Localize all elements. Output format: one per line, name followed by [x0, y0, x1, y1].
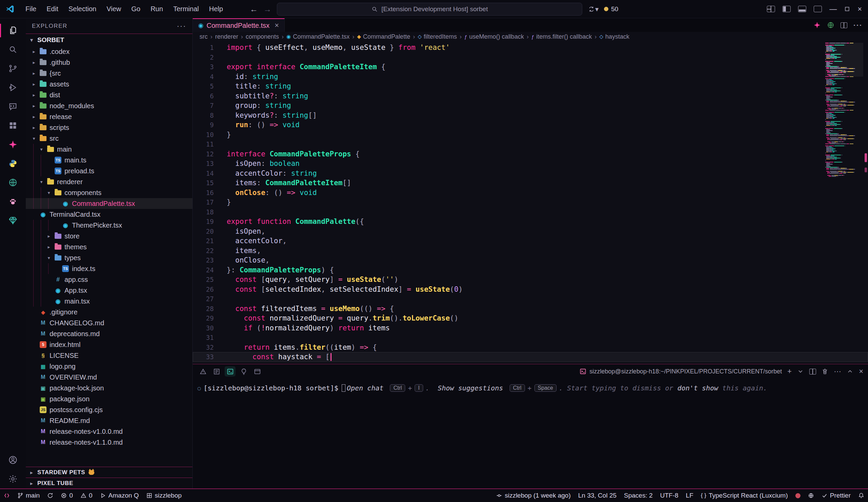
menu-terminal[interactable]: Terminal — [168, 3, 204, 15]
section-pixel-tube[interactable]: ▸PIXEL TUBE — [26, 478, 193, 489]
extensions-icon[interactable] — [0, 116, 26, 135]
encoding[interactable]: UTF-8 — [656, 489, 682, 502]
tree-item-.codex[interactable]: ▸.codex — [26, 46, 193, 57]
search-icon[interactable] — [0, 40, 26, 59]
tree-item-README.md[interactable]: MREADME.md — [26, 415, 193, 426]
command-center-search[interactable]: [Extension Development Host] sorbet — [277, 3, 582, 15]
settings-icon[interactable] — [0, 469, 26, 489]
language-mode[interactable]: { }TypeScript React (Luxcium) — [697, 489, 791, 502]
tree-item-types[interactable]: ▾types — [26, 252, 193, 263]
lightbulb-icon[interactable] — [238, 366, 249, 377]
python-ext-icon[interactable] — [0, 154, 26, 173]
terminal-icon[interactable] — [225, 366, 236, 377]
amazon-q[interactable]: Amazon Q — [96, 489, 143, 502]
prettier[interactable]: Prettier — [818, 489, 855, 502]
tree-item-store[interactable]: ▸store — [26, 231, 193, 241]
breadcrumb-item[interactable]: renderer — [214, 33, 240, 40]
tree-item-release[interactable]: ▸release — [26, 111, 193, 122]
sparkle-ext-icon[interactable] — [0, 135, 26, 154]
code-editor[interactable]: 1import { useEffect, useMemo, useState }… — [193, 41, 868, 364]
close-panel-icon[interactable]: × — [859, 367, 863, 376]
tree-item-TerminalCard.tsx[interactable]: ◉TerminalCard.tsx — [26, 209, 193, 220]
sync-loop-icon[interactable]: ▾ — [588, 5, 599, 13]
output-icon[interactable] — [211, 366, 222, 377]
close-tab-icon[interactable]: × — [275, 21, 279, 30]
terminal[interactable]: ○ [sizzlebop@sizzlebop-h18 sorbet]$ Open… — [193, 378, 868, 489]
tree-item-.github[interactable]: ▸.github — [26, 57, 193, 68]
tree-item-themes[interactable]: ▸themes — [26, 241, 193, 252]
breadcrumb-item[interactable]: ◇filteredItems — [416, 33, 458, 40]
section-stardew-pets[interactable]: ▸STARDEW PETS — [26, 467, 193, 478]
warnings[interactable]: 0 — [77, 489, 96, 502]
forward-button[interactable]: → — [263, 4, 271, 14]
sparkle-icon[interactable] — [813, 21, 821, 29]
tree-item-App.tsx[interactable]: ◉App.tsx — [26, 285, 193, 296]
tree-item-CommandPalette.tsx[interactable]: ◉CommandPalette.tsx — [26, 198, 193, 209]
breadcrumb-item[interactable]: ◆CommandPalette — [355, 33, 412, 40]
sync-status[interactable] — [43, 489, 57, 502]
tree-item-index.html[interactable]: 5index.html — [26, 339, 193, 350]
tree-item-renderer[interactable]: ▾renderer — [26, 176, 193, 187]
chat-icon[interactable] — [0, 97, 26, 116]
more-actions-icon[interactable]: ··· — [854, 21, 862, 29]
error-lens[interactable] — [792, 489, 804, 502]
minimap[interactable] — [825, 43, 863, 364]
tree-item-dist[interactable]: ▸dist — [26, 90, 193, 101]
breadcrumb-item[interactable]: components — [244, 33, 280, 40]
maximize-panel-icon[interactable] — [847, 368, 854, 375]
menu-help[interactable]: Help — [204, 3, 228, 15]
menu-selection[interactable]: Selection — [63, 3, 102, 15]
tree-item-LICENSE[interactable]: §LICENSE — [26, 350, 193, 361]
tree-item-node_modules[interactable]: ▸node_modules — [26, 101, 193, 111]
account-icon[interactable] — [0, 450, 26, 469]
close-button[interactable]: × — [857, 5, 862, 13]
run-debug-icon[interactable] — [0, 78, 26, 97]
indentation[interactable]: Spaces: 2 — [620, 489, 657, 502]
minimize-button[interactable]: — — [829, 5, 837, 13]
toggle-sidebar-icon[interactable] — [783, 6, 790, 12]
tree-item-release-notes-v1.1.0.md[interactable]: Mrelease-notes-v1.1.0.md — [26, 437, 193, 448]
more-actions-icon[interactable]: ··· — [834, 367, 841, 376]
notifications[interactable] — [855, 489, 868, 502]
tree-item-release-notes-v1.0.0.md[interactable]: Mrelease-notes-v1.0.0.md — [26, 426, 193, 437]
preview-icon[interactable] — [252, 366, 263, 377]
gem-ext-icon[interactable] — [0, 211, 26, 230]
eol[interactable]: LF — [682, 489, 697, 502]
tree-item-ThemePicker.tsx[interactable]: ◉ThemePicker.tsx — [26, 220, 193, 231]
cursor-position[interactable]: Ln 33, Col 25 — [575, 489, 620, 502]
breadcrumb-item[interactable]: src — [198, 33, 209, 40]
tree-item-app.css[interactable]: #app.css — [26, 274, 193, 285]
split-terminal-icon[interactable] — [809, 369, 816, 375]
toggle-secondary-sidebar-icon[interactable] — [814, 6, 822, 12]
tree-item-preload.ts[interactable]: TSpreload.ts — [26, 166, 193, 176]
errors[interactable]: 0 — [57, 489, 77, 502]
menu-go[interactable]: Go — [126, 3, 146, 15]
tree-item-components[interactable]: ▾components — [26, 187, 193, 198]
tree-item-main.tsx[interactable]: ◉main.tsx — [26, 296, 193, 307]
status-badge[interactable]: 50 — [604, 6, 618, 13]
tree-item-main.ts[interactable]: TSmain.ts — [26, 155, 193, 166]
split-editor-icon[interactable] — [840, 22, 847, 28]
globe-icon[interactable] — [827, 21, 834, 29]
paw-ext-icon[interactable] — [0, 192, 26, 211]
minimap-slider[interactable] — [825, 43, 863, 77]
menu-edit[interactable]: Edit — [41, 3, 63, 15]
tab-commandpalette[interactable]: ◉ CommandPalette.tsx × — [193, 18, 285, 32]
git-blame[interactable]: sizzlebop (1 week ago) — [492, 489, 574, 502]
git-branch[interactable]: main — [13, 489, 43, 502]
maximize-button[interactable] — [844, 6, 850, 12]
source-control-icon[interactable] — [0, 59, 26, 78]
problems-icon[interactable] — [197, 366, 208, 377]
tree-item-package-lock.json[interactable]: ▣package-lock.json — [26, 383, 193, 394]
terminal-instance[interactable]: sizzlebop@sizzlebop-h18:~/PINKPIXEL/PROJ… — [580, 368, 782, 375]
tree-item-{src[interactable]: ▸{src — [26, 68, 193, 79]
toggle-panel-icon[interactable] — [798, 6, 806, 12]
breadcrumb-item[interactable]: ◉CommandPalette.tsx — [285, 33, 351, 40]
tree-item-.gitignore[interactable]: ◆.gitignore — [26, 307, 193, 317]
workspace-sizzlebop[interactable]: sizzlebop — [143, 489, 185, 502]
kill-terminal-icon[interactable] — [822, 368, 828, 375]
i18n[interactable] — [804, 489, 818, 502]
tree-item-package.json[interactable]: ▣package.json — [26, 394, 193, 404]
back-button[interactable]: ← — [250, 4, 258, 14]
breadcrumb-item[interactable]: ƒuseMemo() callback — [463, 33, 525, 40]
